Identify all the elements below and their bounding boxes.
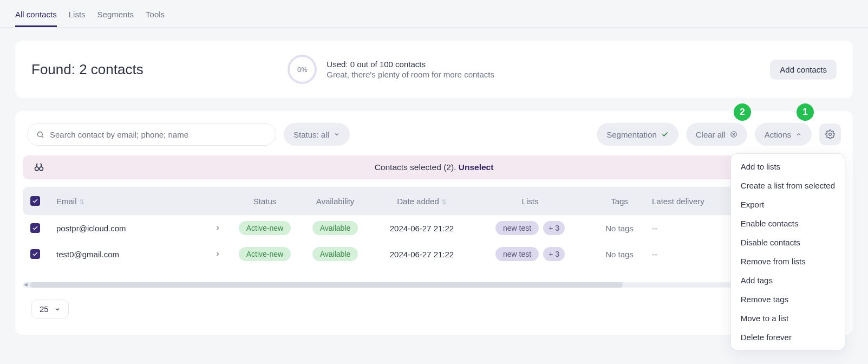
horizontal-scrollbar[interactable]: ◀ ▶ xyxy=(23,282,845,288)
col-tags: Tags xyxy=(587,197,652,206)
col-date-added[interactable]: Date added⇅ xyxy=(370,197,473,206)
row-tags: No tags xyxy=(587,250,652,259)
menu-item-add-to-lists[interactable]: Add to lists xyxy=(731,157,845,176)
menu-item-add-tags[interactable]: Add tags xyxy=(731,271,845,290)
header-card: Found: 2 contacts 0% Used: 0 out of 100 … xyxy=(15,41,853,98)
search-input[interactable] xyxy=(49,129,267,140)
row-checkbox[interactable] xyxy=(30,223,40,233)
clear-icon xyxy=(730,131,738,138)
row-date: 2024-06-27 21:22 xyxy=(370,250,473,259)
toolbar: Status: all Segmentation Clear all A xyxy=(15,123,853,146)
search-icon xyxy=(36,131,44,139)
row-email: test0@gmail.com xyxy=(56,250,119,259)
tab-lists[interactable]: Lists xyxy=(69,5,86,27)
callout-badge-2: 2 xyxy=(734,103,751,121)
svg-point-6 xyxy=(35,167,39,171)
unselect-link[interactable]: Unselect xyxy=(459,162,494,172)
selection-strip: Contacts selected (2). Unselect xyxy=(23,155,845,179)
check-icon xyxy=(661,131,669,138)
select-all-checkbox[interactable] xyxy=(30,196,40,206)
chevron-down-icon xyxy=(54,306,61,313)
usage-block: 0% Used: 0 out of 100 contacts Great, th… xyxy=(288,55,494,84)
chevron-right-icon[interactable] xyxy=(214,251,221,257)
row-checkbox[interactable] xyxy=(30,249,40,259)
status-filter-label: Status: all xyxy=(293,130,329,139)
status-pill: Active-new xyxy=(239,221,291,235)
svg-point-7 xyxy=(40,167,43,171)
col-status: Status xyxy=(230,197,300,206)
col-lists: Lists xyxy=(473,197,587,206)
usage-ring: 0% xyxy=(288,55,317,84)
sort-icon: ⇅ xyxy=(79,198,84,206)
sort-icon: ⇅ xyxy=(441,198,447,206)
table-header-row: Email⇅ Status Availability Date added⇅ L… xyxy=(23,187,845,215)
table-row[interactable]: postpr@icloud.com Active-new Available 2… xyxy=(23,215,845,241)
list-pill[interactable]: new test xyxy=(495,247,539,261)
selection-text: Contacts selected (2). xyxy=(375,162,459,172)
status-filter-button[interactable]: Status: all xyxy=(284,123,350,146)
actions-dropdown: Add to lists Create a list from selected… xyxy=(730,153,845,350)
menu-item-export[interactable]: Export xyxy=(731,195,845,214)
row-date: 2024-06-27 21:22 xyxy=(370,224,473,233)
settings-button[interactable] xyxy=(819,123,841,145)
segmentation-label: Segmentation xyxy=(606,130,657,139)
contacts-table: Email⇅ Status Availability Date added⇅ L… xyxy=(23,187,845,267)
list-pill[interactable]: new test xyxy=(495,221,539,235)
usage-line-1: Used: 0 out of 100 contacts xyxy=(327,60,494,69)
svg-point-5 xyxy=(829,133,832,136)
menu-item-delete-forever[interactable]: Delete forever xyxy=(731,328,845,347)
callout-badge-1: 1 xyxy=(797,103,814,121)
list-more-pill[interactable]: + 3 xyxy=(543,247,565,261)
row-email: postpr@icloud.com xyxy=(56,224,126,233)
actions-label: Actions xyxy=(765,130,791,139)
svg-point-0 xyxy=(38,132,43,136)
menu-item-move-to-list[interactable]: Move to a list xyxy=(731,309,845,328)
scroll-left-icon[interactable]: ◀ xyxy=(24,282,28,287)
clear-all-label: Clear all xyxy=(696,130,726,139)
availability-pill: Available xyxy=(312,221,358,235)
add-contacts-button[interactable]: Add contacts xyxy=(770,60,837,80)
tab-segments[interactable]: Segments xyxy=(97,5,134,27)
usage-line-2: Great, there's plenty of room for more c… xyxy=(327,70,494,79)
table-row[interactable]: test0@gmail.com Active-new Available 202… xyxy=(23,241,845,267)
tab-tools[interactable]: Tools xyxy=(146,5,165,27)
status-pill: Active-new xyxy=(239,247,291,261)
menu-item-disable-contacts[interactable]: Disable contacts xyxy=(731,233,845,252)
segmentation-button[interactable]: Segmentation xyxy=(597,123,678,146)
page-size-select[interactable]: 25 xyxy=(31,300,69,318)
col-availability: Availability xyxy=(300,197,370,206)
chevron-up-icon xyxy=(795,131,802,138)
menu-item-enable-contacts[interactable]: Enable contacts xyxy=(731,214,845,233)
usage-pct: 0% xyxy=(297,66,308,74)
binoculars-icon xyxy=(34,162,44,173)
menu-item-remove-from-lists[interactable]: Remove from lists xyxy=(731,252,845,271)
col-email[interactable]: Email⇅ xyxy=(56,197,230,206)
list-more-pill[interactable]: + 3 xyxy=(543,221,565,235)
row-tags: No tags xyxy=(587,224,652,233)
clear-all-button[interactable]: Clear all xyxy=(686,123,747,146)
tab-all-contacts[interactable]: All contacts xyxy=(15,5,57,27)
top-nav: All contacts Lists Segments Tools xyxy=(0,0,868,28)
menu-item-remove-tags[interactable]: Remove tags xyxy=(731,290,845,309)
gear-icon xyxy=(825,129,835,139)
scrollbar-thumb[interactable] xyxy=(30,282,623,288)
actions-button[interactable]: Actions xyxy=(755,123,812,146)
contacts-list-card: Status: all Segmentation Clear all A xyxy=(15,111,853,335)
menu-item-create-list[interactable]: Create a list from selected xyxy=(731,176,845,195)
chevron-down-icon xyxy=(334,131,340,138)
page-size-value: 25 xyxy=(40,304,49,314)
svg-line-1 xyxy=(42,136,43,138)
availability-pill: Available xyxy=(312,247,358,261)
found-title: Found: 2 contacts xyxy=(31,61,143,78)
search-field-wrap[interactable] xyxy=(27,123,276,146)
chevron-right-icon[interactable] xyxy=(214,225,221,231)
